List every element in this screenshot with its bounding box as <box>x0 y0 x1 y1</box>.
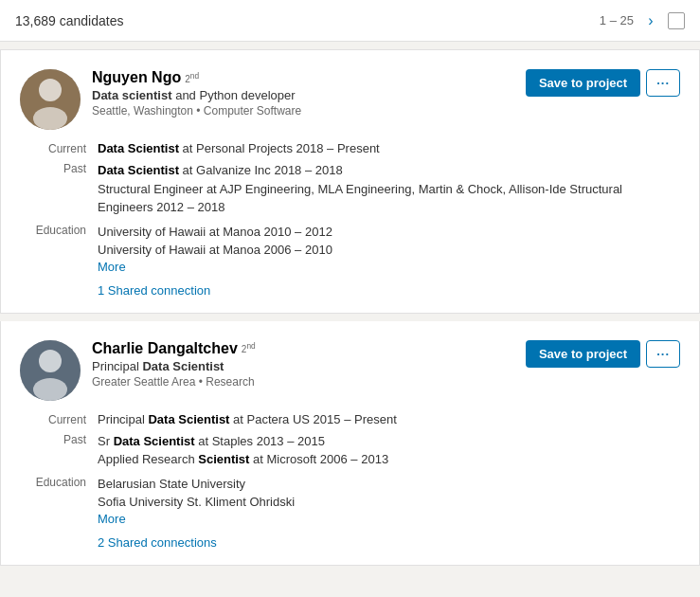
current-label: Current <box>20 412 86 426</box>
edu-line2: Sofia University St. Kliment Ohridski <box>98 493 680 512</box>
candidate-card-charlie-dangaltchev: Charlie Dangaltchev 2nd Principal Data S… <box>0 321 700 566</box>
save-to-project-button[interactable]: Save to project <box>526 69 640 97</box>
select-all-checkbox[interactable] <box>668 12 685 29</box>
svg-point-4 <box>39 350 62 372</box>
more-options-button[interactable]: ··· <box>646 340 680 368</box>
candidate-title-bold: Data Scientist <box>142 359 224 373</box>
shared-label <box>20 280 86 298</box>
candidate-info: Charlie Dangaltchev 2nd Principal Data S… <box>92 340 256 389</box>
candidate-name: Charlie Dangaltchev <box>92 340 238 357</box>
candidate-title: Data scientist and Python developer <box>92 88 301 102</box>
past-line2-bold: Scientist <box>198 452 249 466</box>
shared-connection-link[interactable]: 2 Shared connections <box>98 535 680 550</box>
save-to-project-button[interactable]: Save to project <box>526 340 640 368</box>
education-value: Belarusian State University Sofia Univer… <box>98 475 680 526</box>
shared-connection-link[interactable]: 1 Shared connection <box>98 283 680 298</box>
card-identity: Nguyen Ngo 2nd Data scientist and Python… <box>20 69 301 130</box>
svg-point-5 <box>33 378 67 401</box>
svg-point-2 <box>33 107 67 130</box>
pagination-area: 1 – 25 › <box>600 11 685 30</box>
header-bar: 13,689 candidates 1 – 25 › <box>0 0 700 42</box>
more-options-button[interactable]: ··· <box>646 69 680 97</box>
past-line1-bold: Data Scientist <box>98 163 179 177</box>
candidate-name-row: Nguyen Ngo 2nd <box>92 69 301 86</box>
candidate-location: Greater Seattle Area • Research <box>92 375 256 389</box>
education-value: University of Hawaii at Manoa 2010 – 201… <box>98 223 680 274</box>
candidates-list: Nguyen Ngo 2nd Data scientist and Python… <box>0 49 700 566</box>
card-actions: Save to project ··· <box>526 340 680 368</box>
past-line2: Structural Engineer at AJP Engineering, … <box>98 180 680 217</box>
past-line2: Applied Research Scientist at Microsoft … <box>98 450 680 469</box>
education-label: Education <box>20 475 86 526</box>
education-label: Education <box>20 223 86 274</box>
shared-label <box>20 532 86 550</box>
past-label: Past <box>20 432 86 469</box>
avatar <box>20 340 81 401</box>
candidate-info: Nguyen Ngo 2nd Data scientist and Python… <box>92 69 301 118</box>
past-line1: Data Scientist at Galvanize Inc 2018 – 2… <box>98 161 680 180</box>
edu-line1: University of Hawaii at Manoa 2010 – 201… <box>98 223 680 242</box>
current-value: Data Scientist at Personal Projects 2018… <box>98 141 680 155</box>
past-line1-bold: Data Scientist <box>114 434 195 448</box>
candidate-title: Principal Data Scientist <box>92 359 256 373</box>
pagination-text: 1 – 25 <box>600 13 634 27</box>
candidates-count: 13,689 candidates <box>15 13 123 28</box>
current-label: Current <box>20 141 86 155</box>
candidate-card-nguyen-ngo: Nguyen Ngo 2nd Data scientist and Python… <box>0 49 700 314</box>
card-actions: Save to project ··· <box>526 69 680 97</box>
candidate-name: Nguyen Ngo <box>92 69 181 86</box>
candidate-name-row: Charlie Dangaltchev 2nd <box>92 340 256 357</box>
current-bold: Data Scientist <box>148 412 229 426</box>
current-value: Principal Data Scientist at Pactera US 2… <box>98 412 680 426</box>
past-value: Data Scientist at Galvanize Inc 2018 – 2… <box>98 161 680 217</box>
card-details: Current Data Scientist at Personal Proje… <box>20 141 680 298</box>
card-top: Nguyen Ngo 2nd Data scientist and Python… <box>20 69 680 130</box>
card-identity: Charlie Dangaltchev 2nd Principal Data S… <box>20 340 256 401</box>
more-link[interactable]: More <box>98 260 126 274</box>
past-line1: Sr Data Scientist at Staples 2013 – 2015 <box>98 432 680 451</box>
candidate-location: Seattle, Washington • Computer Software <box>92 104 301 118</box>
avatar <box>20 69 81 130</box>
degree-badge: 2nd <box>185 71 199 84</box>
current-bold: Data Scientist <box>98 141 179 155</box>
edu-line1: Belarusian State University <box>98 475 680 494</box>
past-label: Past <box>20 161 86 217</box>
pagination-chevron-icon[interactable]: › <box>641 11 660 30</box>
edu-line2: University of Hawaii at Manoa 2006 – 201… <box>98 241 680 260</box>
more-link[interactable]: More <box>98 512 126 526</box>
past-value: Sr Data Scientist at Staples 2013 – 2015… <box>98 432 680 469</box>
degree-badge: 2nd <box>242 341 256 354</box>
svg-point-1 <box>39 79 62 101</box>
card-top: Charlie Dangaltchev 2nd Principal Data S… <box>20 340 680 401</box>
card-details: Current Principal Data Scientist at Pact… <box>20 412 680 550</box>
candidate-title-bold: Data scientist <box>92 88 172 102</box>
